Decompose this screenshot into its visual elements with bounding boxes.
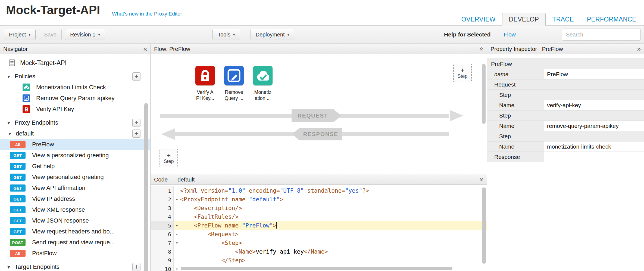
- collapse-down-icon[interactable]: »: [478, 178, 485, 181]
- code-line[interactable]: 5▾ <PreFlow name="PreFlow">: [151, 221, 487, 230]
- deployment-button[interactable]: Deployment ▾: [251, 29, 295, 40]
- nav-policy-item[interactable]: Monetization Limits Check: [0, 82, 150, 93]
- fold-toggle-icon[interactable]: ▾: [174, 230, 180, 239]
- fold-spacer: [174, 204, 180, 213]
- tab-develop[interactable]: DEVELOP: [502, 13, 546, 26]
- code-line[interactable]: 7▾ <Step>: [151, 239, 487, 247]
- toolbar-right-group: Help for Selected Flow: [444, 26, 641, 43]
- nav-flow-item[interactable]: GETView API affirmation: [0, 183, 150, 193]
- response-label-badge: RESPONSE: [292, 128, 342, 140]
- inspector-prop-label: Name: [487, 121, 544, 131]
- code-line[interactable]: 3 <Description/>: [151, 204, 487, 213]
- nav-item-label: View request headers and bo...: [32, 228, 115, 235]
- project-button[interactable]: Project ▾: [4, 29, 36, 40]
- code-lines: 1<?xml version="1.0" encoding="UTF-8" st…: [151, 185, 487, 271]
- nav-flow-item[interactable]: GETView IP address: [0, 193, 150, 204]
- tab-trace[interactable]: TRACE: [546, 13, 580, 26]
- code-text: <Name>verify-api-key</Name>: [180, 247, 487, 256]
- nav-flow-item[interactable]: AllPreFlow: [0, 139, 150, 150]
- code-v-scrollbar-thumb[interactable]: [482, 187, 486, 264]
- nav-flow-item[interactable]: GETView XML response: [0, 204, 150, 215]
- nav-section-policies[interactable]: ▾Policies+: [0, 71, 150, 82]
- inspector-header: Property Inspector PreFlow »: [487, 44, 644, 54]
- nav-flow-item[interactable]: GETGet help: [0, 161, 150, 172]
- nav-item-label: View XML response: [32, 206, 85, 213]
- code-line[interactable]: 9 </Step>: [151, 256, 487, 265]
- nav-flow-item[interactable]: GETView JSON response: [0, 215, 150, 226]
- add-button[interactable]: +: [132, 263, 140, 271]
- code-panel-title: Code: [154, 176, 168, 183]
- navigator-title: Navigator: [3, 46, 28, 52]
- inspector-prop-value[interactable]: monetization-limits-check: [544, 141, 644, 152]
- fold-toggle-icon[interactable]: ▾: [174, 195, 180, 204]
- lock-icon: [23, 105, 30, 113]
- expand-right-icon[interactable]: »: [637, 46, 641, 52]
- response-arrowhead-icon: [161, 128, 175, 140]
- add-button[interactable]: +: [132, 72, 140, 81]
- method-badge: GET: [10, 152, 26, 159]
- deployment-button-label: Deployment: [256, 32, 285, 38]
- fold-toggle-icon[interactable]: ▾: [174, 265, 180, 271]
- nav-flow-item[interactable]: GETView a personalized greeting: [0, 150, 150, 161]
- nav-section-target-endpoints[interactable]: ▾Target Endpoints+: [0, 261, 150, 271]
- whats-new-link[interactable]: What's new in the Proxy Editor: [112, 11, 182, 17]
- tab-performance[interactable]: PERFORMANCE: [580, 13, 643, 26]
- code-text: <Step>: [180, 239, 487, 247]
- code-line[interactable]: 2▾<ProxyEndpoint name="default">: [151, 195, 487, 204]
- chevron-down-icon[interactable]: ▾: [7, 131, 12, 137]
- nav-group-default[interactable]: ▾default+: [0, 128, 150, 139]
- add-button[interactable]: +: [132, 130, 140, 138]
- remove-query-param-apikey-step[interactable]: RemoveQuery ...: [222, 66, 246, 101]
- nav-item-label: Verify API Key: [36, 106, 74, 113]
- nav-item-label: View IP address: [32, 195, 75, 202]
- fold-toggle-icon[interactable]: ▾: [174, 239, 180, 247]
- nav-flow-item[interactable]: POSTSend request and view reque...: [0, 237, 150, 248]
- chevron-down-icon[interactable]: ▾: [6, 264, 11, 270]
- chevron-down-icon[interactable]: ▾: [6, 73, 11, 80]
- monetization-limits-check-step[interactable]: Monetization ...: [251, 66, 275, 101]
- nav-flow-item[interactable]: AllPostFlow: [0, 248, 150, 259]
- nav-flow-item[interactable]: GETView personalized greeting: [0, 172, 150, 183]
- add-step-button-top[interactable]: + Step: [453, 64, 472, 82]
- inspector-prop-value[interactable]: [544, 152, 644, 162]
- nav-item-root[interactable]: Mock-Target-API: [0, 57, 150, 68]
- cloud-check-icon: [23, 84, 30, 91]
- nav-flow-item[interactable]: GETView request headers and bo...: [0, 226, 150, 237]
- code-line[interactable]: 8 <Name>verify-api-key</Name>: [151, 247, 487, 256]
- verify-api-key-step[interactable]: Verify API Key...: [193, 66, 217, 101]
- inspector-row: Nameverify-api-key: [487, 100, 644, 110]
- fold-spacer: [174, 247, 180, 256]
- navigator-scrollbar-thumb[interactable]: [144, 103, 148, 271]
- save-button[interactable]: Save: [39, 29, 62, 40]
- request-arrowhead-icon: [450, 110, 463, 121]
- nav-section-proxy-endpoints[interactable]: ▾Proxy Endpoints+: [0, 117, 150, 128]
- flow-panel-title: Flow: PreFlow: [154, 46, 190, 52]
- inspector-prop-value[interactable]: PreFlow: [544, 69, 644, 79]
- help-flow-link[interactable]: Flow: [504, 31, 516, 38]
- tools-button[interactable]: Tools ▾: [212, 29, 240, 40]
- code-line[interactable]: 6▾ <Request>: [151, 230, 487, 239]
- toolbar-center-group: Tools ▾ Deployment ▾: [212, 29, 294, 40]
- add-step-button-bottom[interactable]: + Step: [160, 149, 178, 167]
- tab-overview[interactable]: OVERVIEW: [455, 13, 502, 26]
- code-h-scrollbar-thumb[interactable]: [181, 267, 452, 270]
- add-button[interactable]: +: [132, 119, 140, 127]
- revision-button[interactable]: Revision 1 ▾: [65, 29, 105, 40]
- collapse-left-icon[interactable]: «: [143, 46, 147, 52]
- nav-policy-item[interactable]: Remove Query Param apikey: [0, 93, 150, 104]
- search-input[interactable]: [562, 29, 641, 41]
- inspector-section-label: Step: [487, 110, 644, 121]
- nav-section-label: Policies: [15, 73, 35, 80]
- chevron-down-icon[interactable]: ▾: [6, 120, 11, 126]
- flow-scrollbar-thumb[interactable]: [482, 64, 486, 124]
- inspector-prop-value[interactable]: verify-api-key: [544, 100, 644, 110]
- code-editor[interactable]: 1<?xml version="1.0" encoding="UTF-8" st…: [151, 185, 487, 271]
- navigator-panel: Navigator « Mock-Target-API▾Policies+Mon…: [0, 44, 151, 271]
- code-line[interactable]: 4 <FaultRules/>: [151, 213, 487, 221]
- collapse-up-icon[interactable]: «: [478, 47, 485, 51]
- nav-policy-item[interactable]: Verify API Key: [0, 104, 150, 115]
- document-icon: [8, 59, 16, 67]
- code-line[interactable]: 1<?xml version="1.0" encoding="UTF-8" st…: [151, 186, 487, 195]
- fold-toggle-icon[interactable]: ▾: [174, 221, 180, 230]
- inspector-prop-value[interactable]: remove-query-param-apikey: [544, 121, 644, 131]
